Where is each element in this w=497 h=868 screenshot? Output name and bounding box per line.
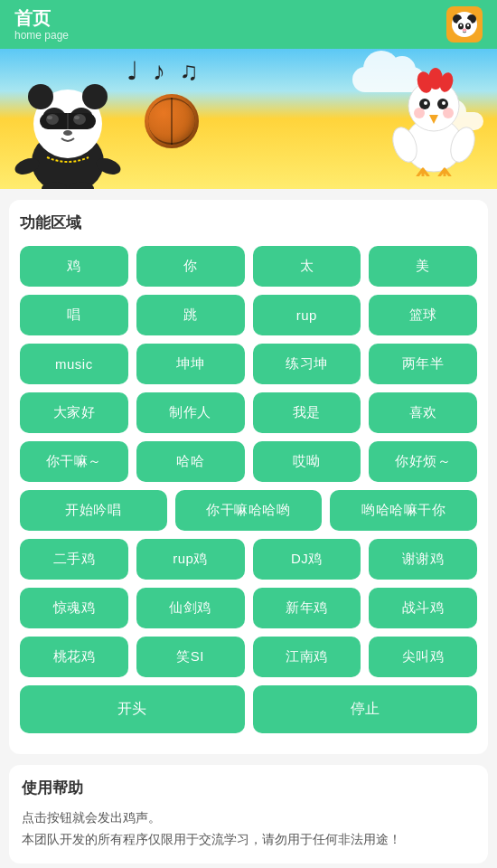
btn-taohua[interactable]: 桃花鸡 (20, 637, 128, 677)
svg-point-36 (443, 108, 454, 118)
btn-rup[interactable]: rup (253, 295, 361, 335)
btn-rupji[interactable]: rup鸡 (136, 539, 245, 580)
svg-point-7 (467, 24, 469, 26)
page-title-zh: 首页 (14, 7, 69, 29)
button-row-9: 桃花鸡 笑SI 江南鸡 尖叫鸡 (20, 637, 477, 677)
svg-point-33 (424, 101, 427, 105)
basketball (145, 94, 199, 148)
header-title-block: 首页 home page (14, 7, 69, 42)
btn-kaishiyinchang[interactable]: 开始吟唱 (20, 490, 167, 531)
button-row-6: 开始吟唱 你干嘛哈哈哟 哟哈哈嘛干你 (20, 490, 477, 531)
svg-point-35 (414, 108, 425, 118)
btn-zhizuoren[interactable]: 制作人 (136, 392, 245, 433)
btn-tiao[interactable]: 跳 (136, 295, 245, 335)
btn-aiyou[interactable]: 哎呦 (253, 441, 361, 482)
btn-nihaofen[interactable]: 你好烦～ (369, 441, 477, 482)
svg-point-17 (46, 114, 59, 125)
btn-mei[interactable]: 美 (369, 246, 477, 287)
btn-lianxikun[interactable]: 练习坤 (253, 344, 361, 384)
btn-xianjian[interactable]: 仙剑鸡 (136, 588, 245, 628)
btn-haha[interactable]: 哈哈 (136, 441, 245, 482)
svg-point-12 (82, 84, 108, 109)
music-notes: ♩ ♪ ♫ (127, 56, 202, 86)
btn-jianjiao[interactable]: 尖叫鸡 (369, 637, 477, 677)
button-row-8: 惊魂鸡 仙剑鸡 新年鸡 战斗鸡 (20, 588, 477, 628)
panda-icon (448, 8, 481, 41)
svg-point-20 (74, 116, 80, 119)
help-title: 使用帮助 (22, 778, 475, 798)
btn-ni[interactable]: 你 (136, 246, 245, 287)
btn-liangnianbul[interactable]: 两年半 (369, 344, 477, 384)
button-row-5: 你干嘛～ 哈哈 哎呦 你好烦～ (20, 441, 477, 482)
svg-point-8 (463, 29, 467, 32)
btn-woshi[interactable]: 我是 (253, 392, 361, 433)
btn-xiaosi[interactable]: 笑SI (136, 637, 245, 677)
btn-xihuan[interactable]: 喜欢 (369, 392, 477, 433)
button-row-3: music 坤坤 练习坤 两年半 (20, 344, 477, 384)
button-row-2: 唱 跳 rup 篮球 (20, 295, 477, 335)
btn-dajia[interactable]: 大家好 (20, 392, 128, 433)
svg-point-34 (442, 101, 445, 105)
btn-jiangnan[interactable]: 江南鸡 (253, 637, 361, 677)
svg-point-19 (47, 116, 52, 119)
btn-jinghun[interactable]: 惊魂鸡 (20, 588, 128, 628)
button-row-1: 鸡 你 太 美 (20, 246, 477, 287)
btn-ershouji[interactable]: 二手鸡 (20, 539, 128, 580)
header: 首页 home page (0, 0, 497, 49)
btn-ji[interactable]: 鸡 (20, 246, 128, 287)
btn-djji[interactable]: DJ鸡 (253, 539, 361, 580)
help-line-2: 本团队开发的所有程序仅限用于交流学习，请勿用于任何非法用途！ (22, 829, 475, 851)
help-section: 使用帮助 点击按钮就会发出鸡声。 本团队开发的所有程序仅限用于交流学习，请勿用于… (9, 765, 488, 863)
action-row: 开头 停止 (20, 685, 477, 733)
btn-tai[interactable]: 太 (253, 246, 361, 287)
btn-kunkun[interactable]: 坤坤 (136, 344, 245, 384)
section-title: 功能区域 (20, 212, 477, 233)
btn-yohaha[interactable]: 哟哈哈嘛干你 (330, 490, 477, 531)
panda-character (9, 62, 127, 189)
start-button[interactable]: 开头 (20, 685, 245, 733)
button-row-7: 二手鸡 rup鸡 DJ鸡 谢谢鸡 (20, 539, 477, 580)
svg-point-6 (460, 24, 462, 26)
functional-section: 功能区域 鸡 你 太 美 唱 跳 rup 篮球 music 坤坤 练习坤 两年半… (9, 200, 488, 754)
svg-point-18 (73, 114, 86, 125)
svg-point-11 (28, 84, 53, 109)
button-row-4: 大家好 制作人 我是 喜欢 (20, 392, 477, 433)
btn-xiejieji[interactable]: 谢谢鸡 (369, 539, 477, 580)
banner: ♩ ♪ ♫ (0, 49, 497, 189)
avatar (446, 6, 483, 42)
btn-zhandou[interactable]: 战斗鸡 (369, 588, 477, 628)
svg-point-21 (63, 130, 72, 136)
btn-niganna2[interactable]: 你干嘛哈哈哟 (175, 490, 323, 531)
stop-button[interactable]: 停止 (253, 685, 478, 733)
btn-lanqiu[interactable]: 篮球 (369, 295, 477, 335)
help-line-1: 点击按钮就会发出鸡声。 (22, 807, 475, 829)
btn-xinnian[interactable]: 新年鸡 (253, 588, 361, 628)
btn-niganna[interactable]: 你干嘛～ (20, 441, 128, 482)
btn-chang[interactable]: 唱 (20, 295, 128, 335)
chicken-character (389, 59, 479, 180)
page-title-en: home page (14, 29, 69, 42)
btn-music[interactable]: music (20, 344, 128, 384)
